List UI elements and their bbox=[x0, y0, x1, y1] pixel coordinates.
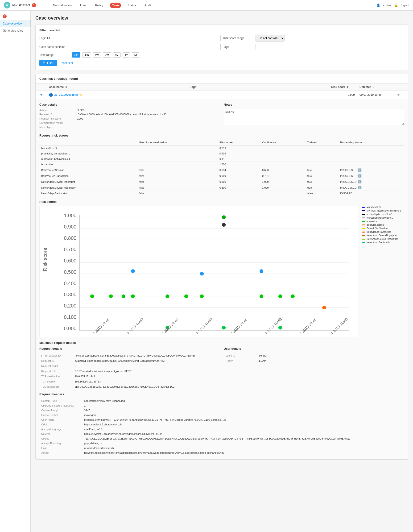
header-value: 3947 bbox=[83, 408, 404, 412]
table-row: BehavioSecSession false 0.094 0.663 true… bbox=[39, 167, 404, 173]
svg-text:Risk score: Risk score bbox=[42, 248, 48, 271]
header-name: Accept-Encoding bbox=[40, 441, 82, 446]
table-row: User-Agent Mozilla/5.0 (Windows NT 10.0;… bbox=[40, 418, 404, 422]
nav-status[interactable]: Status bbox=[126, 3, 138, 8]
info-icon[interactable]: ℹ️ bbox=[358, 174, 362, 178]
trained-val bbox=[306, 145, 338, 151]
nav-user[interactable]: User bbox=[78, 3, 88, 8]
svg-point-35 bbox=[200, 272, 204, 276]
legend-color bbox=[362, 235, 365, 236]
tls-session-label: TLS session ID bbox=[40, 384, 73, 389]
sort-arrow-name: ⇕ bbox=[65, 86, 67, 88]
main-content: Case overview Filter case list Login ID … bbox=[31, 11, 413, 532]
col-detected[interactable]: Detected ↓ bbox=[359, 85, 397, 89]
sidebar: 1 Case overview Generated rules bbox=[0, 11, 31, 532]
tcp-dest-value: 10.0.205.171:443 bbox=[73, 374, 219, 379]
header-name: Host bbox=[40, 446, 82, 450]
http-session-value: nevisrdf-2.zh.adnovum.ch:5894000aabcdK9F… bbox=[73, 353, 219, 358]
legend-label: NevisAdaptDeviceRecognition bbox=[366, 238, 398, 240]
detail-risk-score-row: Request risk score 0.909 bbox=[39, 117, 220, 120]
filter-login-id-input[interactable] bbox=[72, 35, 221, 41]
trash-icon[interactable]: 🗑 bbox=[397, 93, 404, 96]
nav-audit[interactable]: Audit bbox=[143, 3, 153, 8]
svg-point-26 bbox=[122, 294, 125, 298]
nav-normalization[interactable]: Normalization bbox=[51, 3, 74, 8]
svg-point-38 bbox=[222, 215, 225, 219]
malicious-section: Malicious request details Request detail… bbox=[39, 341, 404, 455]
risk-chart: 1.000 0.900 0.800 0.700 0.600 0.500 0.40… bbox=[42, 209, 356, 334]
status-val: IGNORED bbox=[338, 191, 404, 196]
edit-icon[interactable]: ✏️ bbox=[79, 94, 82, 96]
case-row-header[interactable]: ▼ 🔵 33_201907091548 ✏️ 0.909 09.07.2019 … bbox=[36, 91, 408, 99]
main-layout: 1 Case overview Generated rules Case ove… bbox=[0, 11, 413, 532]
malicious-grid: Request details HTTP session ID nevisrdf… bbox=[39, 347, 404, 390]
svg-text:09.07.2019 19:48: 09.07.2019 19:48 bbox=[259, 317, 283, 334]
risk-score-val: 0.905 bbox=[217, 151, 260, 156]
expand-icon[interactable]: ▼ bbox=[39, 93, 49, 97]
table-row: Origin https://nevisrdf-2.zh.adnovum.ch bbox=[40, 422, 404, 427]
time-btn-1y[interactable]: 1Y bbox=[122, 52, 130, 57]
col-risk-score[interactable]: Risk score ⇕ bbox=[331, 85, 359, 89]
time-btn-2w[interactable]: 2W bbox=[103, 52, 111, 57]
filter-tags-input[interactable] bbox=[255, 44, 404, 50]
time-btn-24h[interactable]: 24h bbox=[72, 52, 80, 57]
legend-label: BehavioSecTransaction bbox=[366, 231, 391, 233]
svg-text:09.07.2019 19:48: 09.07.2019 19:48 bbox=[293, 317, 317, 334]
request-details-title: Request details bbox=[39, 347, 220, 351]
sort-arrow-risk: ⇕ bbox=[347, 86, 349, 88]
svg-text:09.07.2019 19:48: 09.07.2019 19:48 bbox=[325, 317, 348, 334]
detail-model-type-row: Model type bbox=[39, 126, 220, 129]
header-name: Referer bbox=[40, 432, 82, 436]
legend-color bbox=[362, 207, 365, 208]
info-icon[interactable]: ℹ️ bbox=[358, 186, 362, 189]
table-row: Request count 2 bbox=[40, 364, 219, 368]
sidebar-item-case-overview[interactable]: Case overview bbox=[0, 20, 30, 27]
table-row: NevisAdaptDeviceFingerprint false 0.300 … bbox=[39, 179, 404, 185]
legend-color bbox=[362, 225, 365, 225]
trained-val bbox=[306, 156, 338, 162]
tls-session-value: 6DFD07A1C3S18178EFEB8919D97ES6F9EE4D5688… bbox=[73, 384, 219, 389]
notes-textarea[interactable] bbox=[224, 109, 404, 125]
trained-val bbox=[306, 151, 338, 156]
time-btn-all[interactable]: All bbox=[132, 52, 139, 57]
time-btn-1m[interactable]: 1M bbox=[113, 52, 121, 57]
risk-score-val: 1.000 bbox=[217, 162, 260, 167]
reset-filter-link[interactable]: Reset filter bbox=[60, 61, 73, 65]
table-row: HTTP session ID nevisrdf-2.zh.adnovum.ch… bbox=[40, 353, 219, 358]
sidebar-item-generated-rules[interactable]: Generated rules bbox=[0, 27, 30, 34]
th-confidence: Confidence bbox=[260, 140, 306, 145]
case-row: ▼ 🔵 33_201907091548 ✏️ 0.909 09.07.2019 … bbox=[36, 91, 408, 459]
top-nav: n nevisDetect 1 Normalization User Polic… bbox=[0, 0, 413, 11]
th-model bbox=[39, 140, 137, 145]
svg-point-25 bbox=[109, 294, 113, 298]
time-btn-48h[interactable]: 48h bbox=[82, 52, 91, 57]
nav-logo-text: nevisDetect bbox=[12, 3, 30, 7]
filter-tags-label: Tags bbox=[223, 45, 254, 48]
filter-risk-score-select[interactable]: Do not consider bbox=[255, 35, 284, 41]
svg-text:09.07.2019 19:47: 09.07.2019 19:47 bbox=[190, 317, 214, 334]
page-title: Case overview bbox=[35, 15, 408, 21]
info-icon[interactable]: ℹ️ bbox=[358, 168, 362, 172]
header-name: Accept bbox=[40, 451, 82, 455]
notes-section: Notes bbox=[224, 103, 404, 130]
svg-text:0.700: 0.700 bbox=[64, 247, 76, 252]
svg-text:0.300: 0.300 bbox=[64, 292, 76, 297]
filter-case-name-input[interactable] bbox=[72, 44, 221, 50]
header-name: Content-Length bbox=[40, 408, 82, 412]
legend-label: BehavioSecSession bbox=[366, 227, 387, 230]
time-btn-1w[interactable]: 1W bbox=[93, 52, 101, 57]
risk-score-val: 0.909 bbox=[217, 173, 260, 179]
col-case-name[interactable]: Case name ⇕ bbox=[49, 85, 190, 89]
filter-button[interactable]: 🔍 Filter bbox=[39, 60, 57, 66]
info-icon[interactable]: ℹ️ bbox=[358, 180, 362, 183]
trained-val bbox=[306, 162, 338, 167]
model-name: test-corine bbox=[39, 162, 137, 167]
nav-case[interactable]: Case bbox=[110, 3, 121, 8]
used-norm bbox=[137, 162, 217, 167]
detail-norm-model-row: Normalization model bbox=[39, 122, 220, 124]
nav-logout-link[interactable]: logout bbox=[401, 4, 409, 7]
model-name: BehavioSecTransaction bbox=[39, 173, 137, 179]
request-url-label: Request URL bbox=[40, 369, 73, 373]
nav-policy[interactable]: Policy bbox=[93, 3, 105, 8]
chart-title: Risk scores bbox=[39, 200, 404, 203]
